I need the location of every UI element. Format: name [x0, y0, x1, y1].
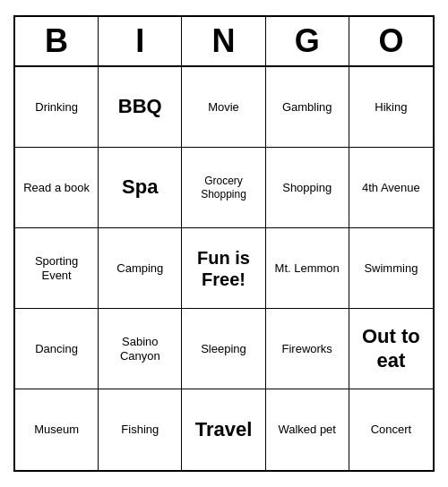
bingo-cell-9: 4th Avenue — [349, 148, 433, 228]
bingo-cell-4: Hiking — [349, 67, 433, 148]
bingo-cell-2: Movie — [182, 67, 265, 148]
bingo-cell-24: Concert — [349, 389, 433, 470]
bingo-letter-g: G — [266, 17, 349, 65]
bingo-cell-11: Camping — [99, 228, 182, 309]
bingo-cell-13: Mt. Lemmon — [266, 228, 349, 309]
bingo-cell-12: Fun is Free! — [182, 228, 265, 309]
bingo-letter-b: B — [15, 17, 99, 65]
bingo-cell-18: Fireworks — [266, 309, 349, 389]
bingo-cell-16: Sabino Canyon — [99, 309, 182, 389]
bingo-cell-6: Spa — [99, 148, 182, 228]
bingo-card: BINGO DrinkingBBQMovieGamblingHikingRead… — [13, 15, 435, 472]
bingo-cell-10: Sporting Event — [15, 228, 99, 309]
bingo-cell-17: Sleeping — [182, 309, 265, 389]
bingo-cell-5: Read a book — [15, 148, 99, 228]
bingo-letter-o: O — [349, 17, 433, 65]
bingo-cell-0: Drinking — [15, 67, 99, 148]
bingo-cell-15: Dancing — [15, 309, 99, 389]
bingo-cell-8: Shopping — [266, 148, 349, 228]
bingo-cell-22: Travel — [182, 389, 265, 470]
bingo-cell-23: Walked pet — [266, 389, 349, 470]
bingo-cell-20: Museum — [15, 389, 99, 470]
bingo-cell-14: Swimming — [349, 228, 433, 309]
bingo-letter-n: N — [182, 17, 265, 65]
bingo-cell-21: Fishing — [99, 389, 182, 470]
bingo-letter-i: I — [99, 17, 182, 65]
bingo-cell-1: BBQ — [99, 67, 182, 148]
bingo-grid: DrinkingBBQMovieGamblingHikingRead a boo… — [15, 67, 433, 470]
bingo-cell-3: Gambling — [266, 67, 349, 148]
bingo-header: BINGO — [15, 17, 433, 67]
bingo-cell-7: Grocery Shopping — [182, 148, 265, 228]
bingo-cell-19: Out to eat — [349, 309, 433, 389]
